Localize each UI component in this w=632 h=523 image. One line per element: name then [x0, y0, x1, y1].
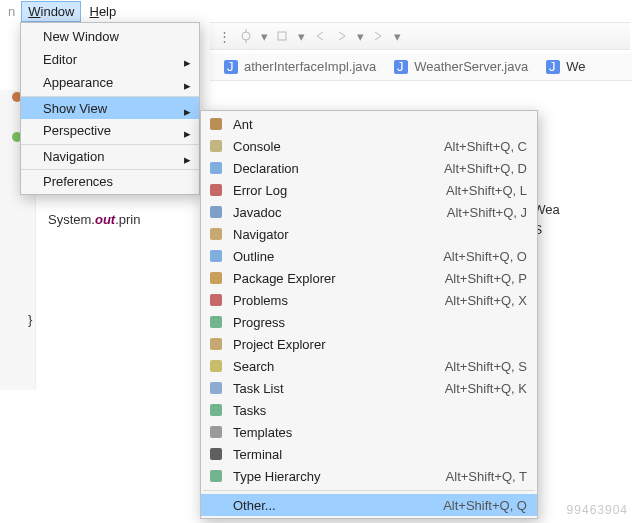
menu-item-label: Javadoc — [233, 205, 439, 220]
watermark: 99463904 — [567, 503, 628, 517]
terminal-icon — [207, 446, 225, 462]
menu-item-project-explorer[interactable]: Project Explorer — [201, 333, 537, 355]
menu-help[interactable]: Help — [83, 2, 122, 21]
java-file-icon: J — [394, 60, 408, 74]
menu-item-javadoc[interactable]: JavadocAlt+Shift+Q, J — [201, 201, 537, 223]
nav-fwd-icon[interactable] — [335, 29, 349, 43]
menu-item-label: Search — [233, 359, 437, 374]
menu-item-label: Type Hierarchy — [233, 469, 438, 484]
menu-item-declaration[interactable]: DeclarationAlt+Shift+Q, D — [201, 157, 537, 179]
menu-item-package-explorer[interactable]: Package ExplorerAlt+Shift+Q, P — [201, 267, 537, 289]
shortcut-label: Alt+Shift+Q, C — [444, 139, 527, 154]
submenu-arrow-icon: ▸ — [184, 152, 191, 167]
menu-item-editor[interactable]: Editor▸ — [21, 48, 199, 71]
shortcut-label: Alt+Shift+Q, Q — [443, 498, 527, 513]
svg-rect-24 — [210, 426, 222, 438]
svg-rect-22 — [210, 382, 222, 394]
menu-item-outline[interactable]: OutlineAlt+Shift+Q, O — [201, 245, 537, 267]
menu-item-type-hierarchy[interactable]: Type HierarchyAlt+Shift+Q, T — [201, 465, 537, 487]
tab-weatherserver[interactable]: J WeatherServer.java — [394, 59, 528, 74]
svg-rect-14 — [210, 206, 222, 218]
svg-rect-13 — [210, 184, 222, 196]
tab-label: atherInterfaceImpl.java — [244, 59, 376, 74]
svg-rect-23 — [210, 404, 222, 416]
menu-item-terminal[interactable]: Terminal — [201, 443, 537, 465]
dropdown-icon[interactable]: ▾ — [357, 29, 364, 44]
menu-item-console[interactable]: ConsoleAlt+Shift+Q, C — [201, 135, 537, 157]
shortcut-label: Alt+Shift+Q, S — [445, 359, 527, 374]
svg-rect-25 — [210, 448, 222, 460]
svg-rect-15 — [210, 228, 222, 240]
shortcut-label: Alt+Shift+Q, T — [446, 469, 527, 484]
menu-item-navigator[interactable]: Navigator — [201, 223, 537, 245]
svg-rect-17 — [210, 272, 222, 284]
menu-item-templates[interactable]: Templates — [201, 421, 537, 443]
dropdown-icon[interactable]: ▾ — [261, 29, 268, 44]
tab-label: We — [566, 59, 585, 74]
problems-icon — [207, 292, 225, 308]
menu-item-search[interactable]: SearchAlt+Shift+Q, S — [201, 355, 537, 377]
tasklist-icon — [207, 380, 225, 396]
debug-icon[interactable] — [239, 29, 253, 43]
menu-item-other[interactable]: Other... Alt+Shift+Q, Q — [201, 494, 537, 516]
menu-item-progress[interactable]: Progress — [201, 311, 537, 333]
svg-rect-11 — [210, 140, 222, 152]
menu-item-label: Terminal — [233, 447, 519, 462]
show-view-submenu: AntConsoleAlt+Shift+Q, CDeclarationAlt+S… — [200, 110, 538, 519]
menu-item-label: Navigator — [233, 227, 519, 242]
shortcut-label: Alt+Shift+Q, J — [447, 205, 527, 220]
package-icon — [207, 270, 225, 286]
ant-icon — [207, 116, 225, 132]
menu-item-task-list[interactable]: Task ListAlt+Shift+Q, K — [201, 377, 537, 399]
menu-item-show-view[interactable]: Show View▸ — [21, 96, 199, 119]
menu-item-label: Problems — [233, 293, 437, 308]
menu-item-perspective[interactable]: Perspective▸ — [21, 119, 199, 142]
svg-rect-16 — [210, 250, 222, 262]
nav-last-icon[interactable] — [372, 29, 386, 43]
nav-back-icon[interactable] — [313, 29, 327, 43]
tab-label: WeatherServer.java — [414, 59, 528, 74]
menu-item-navigation[interactable]: Navigation▸ — [21, 144, 199, 167]
menu-item-error-log[interactable]: Error LogAlt+Shift+Q, L — [201, 179, 537, 201]
run-icon[interactable] — [276, 29, 290, 43]
menu-help-label: elp — [99, 4, 116, 19]
menu-item-preferences[interactable]: Preferences — [21, 169, 199, 192]
dropdown-icon[interactable]: ▾ — [298, 29, 305, 44]
svg-rect-3 — [278, 32, 286, 40]
menu-window[interactable]: Window — [21, 1, 81, 22]
progress-icon — [207, 314, 225, 330]
menu-item-label: Console — [233, 139, 436, 154]
search-icon — [207, 358, 225, 374]
menu-item-tasks[interactable]: Tasks — [201, 399, 537, 421]
svg-text:J: J — [549, 60, 556, 74]
templates-icon — [207, 424, 225, 440]
svg-rect-19 — [210, 316, 222, 328]
shortcut-label: Alt+Shift+Q, L — [446, 183, 527, 198]
svg-rect-20 — [210, 338, 222, 350]
menu-item-label: Tasks — [233, 403, 519, 418]
menu-item-ant[interactable]: Ant — [201, 113, 537, 135]
shortcut-label: Alt+Shift+Q, P — [445, 271, 527, 286]
tab-we[interactable]: J We — [546, 59, 585, 74]
menu-item-label: Error Log — [233, 183, 438, 198]
tab-weatherinterfaceimpl[interactable]: J atherInterfaceImpl.java — [224, 59, 376, 74]
errorlog-icon — [207, 182, 225, 198]
shortcut-label: Alt+Shift+Q, O — [443, 249, 527, 264]
submenu-arrow-icon: ▸ — [184, 126, 191, 141]
menubar-filler: n — [4, 4, 19, 19]
shortcut-label: Alt+Shift+Q, K — [445, 381, 527, 396]
svg-rect-12 — [210, 162, 222, 174]
menu-item-label: Ant — [233, 117, 519, 132]
project-icon — [207, 336, 225, 352]
svg-rect-26 — [210, 470, 222, 482]
svg-rect-18 — [210, 294, 222, 306]
shortcut-label: Alt+Shift+Q, X — [445, 293, 527, 308]
console-icon — [207, 138, 225, 154]
menu-item-problems[interactable]: ProblemsAlt+Shift+Q, X — [201, 289, 537, 311]
hierarchy-icon — [207, 468, 225, 484]
menu-item-label: Package Explorer — [233, 271, 437, 286]
menu-item-new-window[interactable]: New Window — [21, 25, 199, 48]
tasks-icon — [207, 402, 225, 418]
menu-item-appearance[interactable]: Appearance▸ — [21, 71, 199, 94]
dropdown-icon[interactable]: ▾ — [394, 29, 401, 44]
